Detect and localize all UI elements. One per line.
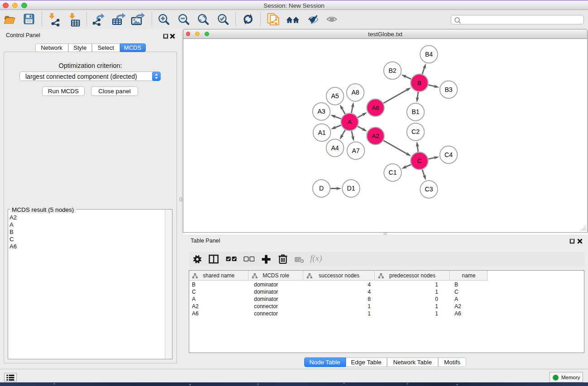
svg-text:C: C [417, 157, 422, 164]
svg-text:D: D [319, 185, 324, 192]
svg-text:A: A [348, 119, 352, 125]
svg-text:B3: B3 [445, 86, 452, 93]
svg-text:A8: A8 [351, 89, 359, 96]
svg-text:C4: C4 [445, 151, 453, 158]
svg-text:C3: C3 [425, 186, 433, 193]
svg-text:A6: A6 [372, 105, 379, 111]
svg-text:A2: A2 [372, 133, 379, 139]
svg-text:A3: A3 [317, 108, 325, 115]
svg-text:B2: B2 [388, 67, 396, 74]
svg-text:A1: A1 [318, 129, 325, 136]
svg-text:B1: B1 [411, 108, 419, 115]
svg-text:A4: A4 [331, 144, 339, 152]
svg-text:A7: A7 [352, 147, 359, 154]
svg-text:C1: C1 [389, 169, 397, 176]
svg-text:C2: C2 [411, 128, 420, 135]
svg-text:B: B [417, 80, 421, 86]
svg-text:D1: D1 [347, 185, 355, 192]
svg-text:B4: B4 [425, 51, 433, 58]
svg-text:A5: A5 [331, 92, 339, 100]
